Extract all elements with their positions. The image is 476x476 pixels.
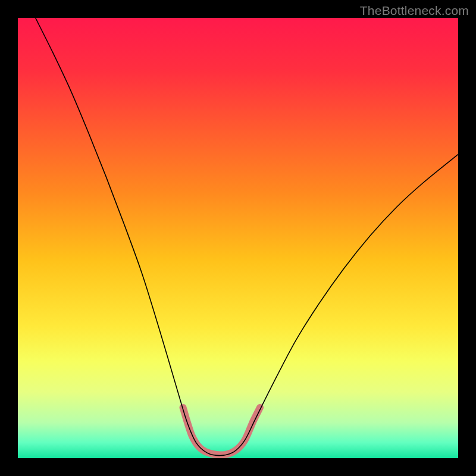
chart-background bbox=[18, 18, 458, 458]
plot-area bbox=[18, 18, 458, 458]
watermark-text: TheBottleneck.com bbox=[360, 4, 469, 18]
chart-frame: TheBottleneck.com bbox=[0, 0, 476, 476]
chart-svg bbox=[18, 18, 458, 458]
